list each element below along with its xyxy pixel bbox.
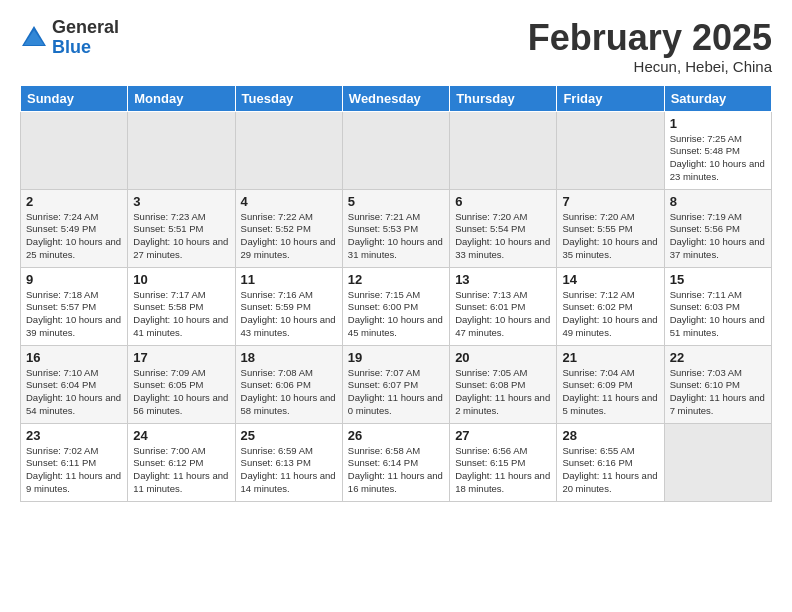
calendar-cell xyxy=(664,423,771,501)
calendar-cell: 25Sunrise: 6:59 AM Sunset: 6:13 PM Dayli… xyxy=(235,423,342,501)
calendar-cell xyxy=(21,111,128,189)
calendar-cell: 3Sunrise: 7:23 AM Sunset: 5:51 PM Daylig… xyxy=(128,189,235,267)
calendar-cell xyxy=(235,111,342,189)
day-number: 26 xyxy=(348,428,444,443)
day-info: Sunrise: 7:08 AM Sunset: 6:06 PM Dayligh… xyxy=(241,367,337,418)
header: General Blue February 2025 Hecun, Hebei,… xyxy=(20,18,772,75)
calendar-cell xyxy=(128,111,235,189)
day-number: 20 xyxy=(455,350,551,365)
calendar-cell xyxy=(557,111,664,189)
calendar-week-row: 9Sunrise: 7:18 AM Sunset: 5:57 PM Daylig… xyxy=(21,267,772,345)
day-info: Sunrise: 7:16 AM Sunset: 5:59 PM Dayligh… xyxy=(241,289,337,340)
svg-marker-1 xyxy=(24,30,44,45)
calendar-cell: 16Sunrise: 7:10 AM Sunset: 6:04 PM Dayli… xyxy=(21,345,128,423)
location: Hecun, Hebei, China xyxy=(528,58,772,75)
calendar-cell: 1Sunrise: 7:25 AM Sunset: 5:48 PM Daylig… xyxy=(664,111,771,189)
weekday-header-cell: Thursday xyxy=(450,85,557,111)
weekday-header-cell: Saturday xyxy=(664,85,771,111)
day-number: 24 xyxy=(133,428,229,443)
logo: General Blue xyxy=(20,18,119,58)
calendar-cell: 2Sunrise: 7:24 AM Sunset: 5:49 PM Daylig… xyxy=(21,189,128,267)
calendar-cell: 11Sunrise: 7:16 AM Sunset: 5:59 PM Dayli… xyxy=(235,267,342,345)
day-info: Sunrise: 7:23 AM Sunset: 5:51 PM Dayligh… xyxy=(133,211,229,262)
calendar-cell xyxy=(342,111,449,189)
day-info: Sunrise: 7:04 AM Sunset: 6:09 PM Dayligh… xyxy=(562,367,658,418)
day-info: Sunrise: 7:10 AM Sunset: 6:04 PM Dayligh… xyxy=(26,367,122,418)
day-info: Sunrise: 7:24 AM Sunset: 5:49 PM Dayligh… xyxy=(26,211,122,262)
day-info: Sunrise: 7:20 AM Sunset: 5:54 PM Dayligh… xyxy=(455,211,551,262)
calendar-cell: 5Sunrise: 7:21 AM Sunset: 5:53 PM Daylig… xyxy=(342,189,449,267)
day-number: 4 xyxy=(241,194,337,209)
day-number: 7 xyxy=(562,194,658,209)
logo-blue: Blue xyxy=(52,38,119,58)
day-number: 18 xyxy=(241,350,337,365)
day-info: Sunrise: 7:22 AM Sunset: 5:52 PM Dayligh… xyxy=(241,211,337,262)
month-title: February 2025 xyxy=(528,18,772,58)
weekday-header: SundayMondayTuesdayWednesdayThursdayFrid… xyxy=(21,85,772,111)
day-info: Sunrise: 7:05 AM Sunset: 6:08 PM Dayligh… xyxy=(455,367,551,418)
logo-general: General xyxy=(52,18,119,38)
calendar-cell: 10Sunrise: 7:17 AM Sunset: 5:58 PM Dayli… xyxy=(128,267,235,345)
day-info: Sunrise: 7:12 AM Sunset: 6:02 PM Dayligh… xyxy=(562,289,658,340)
day-number: 10 xyxy=(133,272,229,287)
calendar-cell: 23Sunrise: 7:02 AM Sunset: 6:11 PM Dayli… xyxy=(21,423,128,501)
day-info: Sunrise: 7:25 AM Sunset: 5:48 PM Dayligh… xyxy=(670,133,766,184)
weekday-header-cell: Monday xyxy=(128,85,235,111)
calendar-cell: 9Sunrise: 7:18 AM Sunset: 5:57 PM Daylig… xyxy=(21,267,128,345)
calendar-week-row: 1Sunrise: 7:25 AM Sunset: 5:48 PM Daylig… xyxy=(21,111,772,189)
calendar-cell: 8Sunrise: 7:19 AM Sunset: 5:56 PM Daylig… xyxy=(664,189,771,267)
calendar-cell: 24Sunrise: 7:00 AM Sunset: 6:12 PM Dayli… xyxy=(128,423,235,501)
day-info: Sunrise: 7:18 AM Sunset: 5:57 PM Dayligh… xyxy=(26,289,122,340)
day-info: Sunrise: 7:21 AM Sunset: 5:53 PM Dayligh… xyxy=(348,211,444,262)
day-number: 6 xyxy=(455,194,551,209)
day-info: Sunrise: 7:00 AM Sunset: 6:12 PM Dayligh… xyxy=(133,445,229,496)
calendar-cell: 27Sunrise: 6:56 AM Sunset: 6:15 PM Dayli… xyxy=(450,423,557,501)
day-info: Sunrise: 6:56 AM Sunset: 6:15 PM Dayligh… xyxy=(455,445,551,496)
calendar-cell: 12Sunrise: 7:15 AM Sunset: 6:00 PM Dayli… xyxy=(342,267,449,345)
calendar-cell: 14Sunrise: 7:12 AM Sunset: 6:02 PM Dayli… xyxy=(557,267,664,345)
calendar: SundayMondayTuesdayWednesdayThursdayFrid… xyxy=(20,85,772,502)
day-number: 2 xyxy=(26,194,122,209)
day-number: 15 xyxy=(670,272,766,287)
day-number: 9 xyxy=(26,272,122,287)
day-info: Sunrise: 6:59 AM Sunset: 6:13 PM Dayligh… xyxy=(241,445,337,496)
calendar-cell xyxy=(450,111,557,189)
day-number: 21 xyxy=(562,350,658,365)
day-info: Sunrise: 7:11 AM Sunset: 6:03 PM Dayligh… xyxy=(670,289,766,340)
day-info: Sunrise: 7:07 AM Sunset: 6:07 PM Dayligh… xyxy=(348,367,444,418)
calendar-cell: 13Sunrise: 7:13 AM Sunset: 6:01 PM Dayli… xyxy=(450,267,557,345)
day-number: 12 xyxy=(348,272,444,287)
weekday-header-cell: Sunday xyxy=(21,85,128,111)
calendar-week-row: 2Sunrise: 7:24 AM Sunset: 5:49 PM Daylig… xyxy=(21,189,772,267)
day-number: 27 xyxy=(455,428,551,443)
logo-icon xyxy=(20,24,48,52)
day-number: 8 xyxy=(670,194,766,209)
day-number: 16 xyxy=(26,350,122,365)
calendar-body: 1Sunrise: 7:25 AM Sunset: 5:48 PM Daylig… xyxy=(21,111,772,501)
weekday-header-cell: Tuesday xyxy=(235,85,342,111)
day-info: Sunrise: 7:20 AM Sunset: 5:55 PM Dayligh… xyxy=(562,211,658,262)
day-info: Sunrise: 7:19 AM Sunset: 5:56 PM Dayligh… xyxy=(670,211,766,262)
title-block: February 2025 Hecun, Hebei, China xyxy=(528,18,772,75)
day-info: Sunrise: 6:58 AM Sunset: 6:14 PM Dayligh… xyxy=(348,445,444,496)
weekday-header-cell: Friday xyxy=(557,85,664,111)
logo-text: General Blue xyxy=(52,18,119,58)
day-number: 23 xyxy=(26,428,122,443)
calendar-cell: 26Sunrise: 6:58 AM Sunset: 6:14 PM Dayli… xyxy=(342,423,449,501)
page: General Blue February 2025 Hecun, Hebei,… xyxy=(0,0,792,512)
day-info: Sunrise: 6:55 AM Sunset: 6:16 PM Dayligh… xyxy=(562,445,658,496)
day-number: 3 xyxy=(133,194,229,209)
day-info: Sunrise: 7:09 AM Sunset: 6:05 PM Dayligh… xyxy=(133,367,229,418)
day-number: 13 xyxy=(455,272,551,287)
calendar-cell: 21Sunrise: 7:04 AM Sunset: 6:09 PM Dayli… xyxy=(557,345,664,423)
day-number: 1 xyxy=(670,116,766,131)
day-number: 25 xyxy=(241,428,337,443)
calendar-cell: 19Sunrise: 7:07 AM Sunset: 6:07 PM Dayli… xyxy=(342,345,449,423)
calendar-cell: 6Sunrise: 7:20 AM Sunset: 5:54 PM Daylig… xyxy=(450,189,557,267)
calendar-week-row: 16Sunrise: 7:10 AM Sunset: 6:04 PM Dayli… xyxy=(21,345,772,423)
day-info: Sunrise: 7:15 AM Sunset: 6:00 PM Dayligh… xyxy=(348,289,444,340)
day-number: 19 xyxy=(348,350,444,365)
day-info: Sunrise: 7:03 AM Sunset: 6:10 PM Dayligh… xyxy=(670,367,766,418)
day-number: 5 xyxy=(348,194,444,209)
day-info: Sunrise: 7:17 AM Sunset: 5:58 PM Dayligh… xyxy=(133,289,229,340)
